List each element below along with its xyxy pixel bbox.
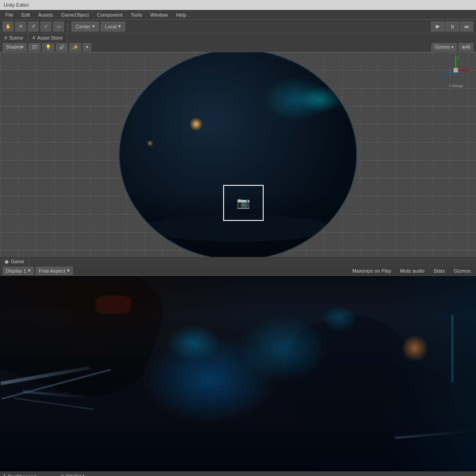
game-gizmos-button[interactable]: Gizmos [451, 268, 473, 274]
space-label: Local [105, 24, 117, 29]
display-label: Display 1 [6, 268, 26, 274]
game-tab-icon: ◉ [4, 259, 9, 265]
gizmos-area: Gizmos ▾ ⊕All [431, 43, 473, 51]
scene-sphere: 📷 [119, 52, 357, 257]
game-tab[interactable]: ◉ Game [0, 257, 29, 266]
scene-tab[interactable]: # Scene [0, 33, 28, 42]
pause-button[interactable]: ⏸ [445, 22, 459, 31]
menu-help[interactable]: Help [172, 11, 190, 18]
game-right-controls: Maximize on Play Mute audio Stats Gizmos [350, 268, 473, 274]
scene-viewport[interactable]: 📷 Y X Z < Persp [0, 52, 476, 257]
mute-audio-button[interactable]: Mute audio [397, 268, 427, 274]
lighting-button[interactable]: 💡 [42, 43, 54, 51]
step-button[interactable]: ⏭ [460, 22, 473, 31]
shading-dropdown[interactable]: Shaded ▾ [3, 43, 27, 51]
scale-tool-button[interactable]: ⤢ [40, 22, 51, 31]
creature-mouth [95, 296, 131, 314]
menu-gameobject[interactable]: GameObject [58, 11, 93, 18]
play-controls: ▶ ⏸ ⏭ [431, 22, 473, 31]
stats-button[interactable]: Stats [431, 268, 448, 274]
maximize-on-play-button[interactable]: Maximize on Play [350, 268, 394, 274]
street-light-glow-2 [147, 140, 153, 147]
game-tab-bar: ◉ Game [0, 257, 476, 266]
fx-button[interactable]: ✨ [69, 43, 81, 51]
shading-label: Shaded [6, 45, 21, 49]
main-toolbar: ✋ ✛ ↺ ⤢ ▭ Center ▾ Local ▾ ▶ ⏸ ⏭ [0, 20, 476, 33]
vertical-pipe [451, 315, 454, 382]
aspect-label: Free Aspect [39, 268, 65, 274]
scene-tab-label: Scene [9, 35, 23, 40]
display-arrow: ▾ [28, 268, 31, 274]
camera-icon: 📷 [237, 197, 250, 209]
z-axis-label: Z [442, 74, 445, 79]
cyan-highlight-1 [166, 325, 220, 361]
game-toolbar: Display 1 ▾ Free Aspect ▾ Maximize on Pl… [0, 266, 476, 276]
menu-file[interactable]: File [2, 11, 17, 18]
game-viewport[interactable] [0, 276, 476, 472]
aspect-arrow: ▾ [67, 268, 70, 274]
asset-store-tab[interactable]: # Asset Store [28, 33, 67, 42]
gizmos-dropdown[interactable]: Gizmos ▾ [431, 43, 457, 51]
hand-tool-button[interactable]: ✋ [3, 22, 13, 31]
toolbar-sep-1 [67, 22, 68, 31]
axes-gizmo: Y X Z [442, 57, 469, 84]
space-dropdown[interactable]: Local ▾ [101, 22, 125, 31]
cyan-highlight-2 [321, 305, 357, 332]
rotate-tool-button[interactable]: ↺ [28, 22, 39, 31]
display-dropdown[interactable]: Display 1 ▾ [3, 267, 34, 275]
audio-button[interactable]: 🔊 [56, 43, 67, 51]
title-text: Unity Editor [4, 2, 29, 8]
aspect-dropdown[interactable]: Free Aspect ▾ [36, 267, 73, 275]
status-bar: ℹ PosChanged---------------0.7867514 [0, 472, 476, 476]
play-button[interactable]: ▶ [431, 22, 445, 31]
street-light-glow [189, 117, 203, 131]
menu-edit[interactable]: Edit [18, 11, 34, 18]
blue-accent [262, 77, 329, 122]
move-tool-button[interactable]: ✛ [15, 22, 26, 31]
camera-wireframe: 📷 [223, 185, 264, 221]
menu-component[interactable]: Component [93, 11, 126, 18]
2d-button[interactable]: 2D [28, 43, 40, 51]
menu-window[interactable]: Window [147, 11, 171, 18]
title-bar: Unity Editor [0, 0, 476, 10]
scene-tab-icon: # [4, 35, 7, 40]
right-structure [386, 276, 476, 472]
scene-toolbar: Shaded ▾ 2D 💡 🔊 ✨ ▾ Gizmos ▾ ⊕All [0, 42, 476, 52]
y-axis-label: Y [457, 56, 460, 61]
menu-assets[interactable]: Assets [35, 11, 57, 18]
rect-tool-button[interactable]: ▭ [53, 22, 64, 31]
status-icon: ℹ [4, 473, 6, 476]
pivot-arrow: ▾ [92, 23, 95, 29]
menu-tools[interactable]: Tools [127, 11, 146, 18]
scene-options-button[interactable]: ▾ [83, 43, 91, 51]
asset-store-tab-label: Asset Store [37, 35, 63, 40]
perspective-widget[interactable]: Y X Z < Persp [440, 57, 472, 93]
scene-tab-bar: # Scene # Asset Store [0, 33, 476, 42]
pivot-label: Center [76, 24, 90, 29]
x-axis-label: X [467, 69, 469, 73]
space-arrow: ▾ [118, 23, 121, 29]
menu-bar: File Edit Assets GameObject Component To… [0, 10, 476, 20]
axis-cube [454, 68, 458, 72]
all-layers-dropdown[interactable]: ⊕All [458, 43, 473, 51]
pivot-dropdown[interactable]: Center ▾ [72, 22, 99, 31]
asset-store-tab-icon: # [32, 35, 35, 40]
persp-label: < Persp [449, 84, 463, 88]
game-tab-label: Game [11, 259, 24, 264]
status-text: PosChanged---------------0.7867514 [8, 474, 85, 476]
